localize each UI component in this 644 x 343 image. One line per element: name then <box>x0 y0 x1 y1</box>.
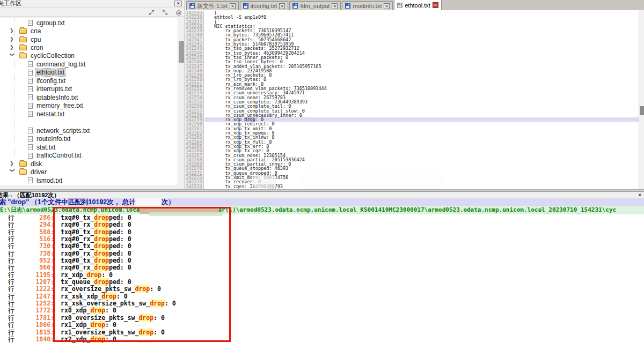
locate-file-icon[interactable]: ◎ <box>176 8 181 18</box>
tab-label: ifconfig.txt <box>251 3 277 9</box>
result-line-label: 行 <box>8 293 14 300</box>
tab-ifconfig.txt[interactable]: ifconfig.txt✕ <box>240 1 289 10</box>
folder-open-icon <box>19 169 27 175</box>
result-line-label: 行 <box>8 264 14 271</box>
file-icon <box>28 70 33 76</box>
result-line-label: 行 <box>8 221 14 228</box>
chevron-collapsed-icon[interactable]: ❯ <box>10 161 15 166</box>
tree-item-label: cpu <box>30 36 42 43</box>
tree-item-label: ifconfig.txt <box>35 77 67 85</box>
tab-label: fdm_output <box>300 3 330 9</box>
tab-新文件 1.txt[interactable]: 新文件 1.txt✕ <box>186 1 239 10</box>
save-icon <box>397 3 402 8</box>
result-line-number: 1222: <box>14 286 54 293</box>
tree-item-label: iptablesInfo.txt <box>35 94 79 101</box>
folder-icon <box>19 45 27 50</box>
editor-scrollbar-thumb[interactable] <box>640 106 644 115</box>
tree-item-label: command_log.txt <box>35 61 86 68</box>
file-icon <box>28 177 33 183</box>
chevron-collapsed-icon[interactable]: ❯ <box>10 28 15 33</box>
workspace-close-button[interactable]: ✕ <box>174 1 182 6</box>
tab-close-icon[interactable]: ✕ <box>332 3 338 9</box>
tab-close-icon[interactable]: ✕ <box>230 3 236 9</box>
tab-fdm_output[interactable]: fdm_output✕ <box>289 1 341 10</box>
tree-item-cpu[interactable]: ❯cpu <box>0 35 178 43</box>
result-line-label: 行 <box>8 314 14 322</box>
expand-all-icon[interactable]: ⤢ <box>149 8 154 18</box>
result-line-label: 行 <box>8 235 14 243</box>
result-line-label: 行 <box>8 242 14 250</box>
file-tree: cgroup.txt❯cna❯cpu❯cron❯cyclicCollection… <box>0 18 178 185</box>
tab-close-icon[interactable]: ✕ <box>384 3 390 9</box>
chevron-expanded-icon[interactable]: ❯ <box>10 53 15 58</box>
censor-blur <box>136 199 161 205</box>
result-line-number: 508: <box>14 229 54 236</box>
tree-item-cyclicCollection[interactable]: ❯cyclicCollection <box>0 52 178 60</box>
result-line-label: 行 <box>8 300 14 307</box>
tree-item-ethtool.txt[interactable]: ethtool.txt <box>0 69 178 77</box>
folder-open-icon <box>19 53 27 58</box>
tree-item-memory_free.txt[interactable]: memory_free.txt <box>0 101 178 109</box>
result-line-number: 1247: <box>14 293 54 300</box>
file-icon <box>28 153 33 159</box>
file-icon <box>28 78 33 84</box>
file-icon <box>28 144 33 150</box>
result-line-number: 952: <box>14 257 54 264</box>
results-titlebar: 结果 - （匹配10192次） <box>0 192 644 198</box>
result-line-label: 行 <box>8 307 14 314</box>
tree-item-cna[interactable]: ❯cna <box>0 27 178 35</box>
search-summary-row[interactable]: 搜索 "drop" （1个文件中匹配到10192次， 总计次） <box>0 198 644 206</box>
tree-item-label: cgroup.txt <box>35 19 66 27</box>
tree-scrollbar[interactable] <box>178 18 185 185</box>
tab-ethtool.txt[interactable]: ethtool.txt✕ <box>394 0 442 10</box>
tree-item-label: interrupts.txt <box>35 85 73 93</box>
tree-item-command_log.txt[interactable]: command_log.txt <box>0 60 178 68</box>
workspace-panel-titlebar: 夹工作区 <box>0 0 185 8</box>
tree-item-disk[interactable]: ❯disk <box>0 160 178 168</box>
tree-item-cgroup.txt[interactable]: cgroup.txt <box>0 19 178 27</box>
tree-scrollbar-thumb[interactable] <box>179 41 184 63</box>
tree-item-iptablesInfo.txt[interactable]: iptablesInfo.txt <box>0 93 178 101</box>
tree-item-ifconfig.txt[interactable]: ifconfig.txt <box>0 77 178 85</box>
tree-item-label: cyclicCollection <box>30 52 76 59</box>
tab-modinfo.txt[interactable]: modinfo.txt✕ <box>342 1 393 10</box>
result-line-number: 1806: <box>14 322 54 329</box>
tree-item-routeInfo.txt[interactable]: routeInfo.txt <box>0 135 178 143</box>
folder-icon <box>19 28 27 34</box>
tab-close-icon[interactable]: ✕ <box>433 2 438 8</box>
collapse-all-icon[interactable]: ⤡ <box>162 8 167 18</box>
editor-area[interactable]: 1422351422361422371422381422391422401422… <box>186 10 639 189</box>
save-icon <box>189 3 195 9</box>
editor-scrollbar[interactable] <box>639 10 644 189</box>
result-line-label: 行 <box>8 278 14 286</box>
tree-item-label: lsmod.txt <box>35 177 63 184</box>
result-line-number: 738: <box>14 250 54 257</box>
tree-item-interrupts.txt[interactable]: interrupts.txt <box>0 85 178 93</box>
tree-item-netstat.txt[interactable]: netstat.txt <box>0 110 178 118</box>
chevron-collapsed-icon[interactable]: ❯ <box>10 36 15 42</box>
workspace-toolbar: ⤢ ⤡ ◎ <box>0 7 185 17</box>
editor-line: { <box>204 20 639 24</box>
tree-item-cron[interactable]: ❯cron <box>0 43 178 51</box>
tab-close-icon[interactable]: ✕ <box>279 3 285 9</box>
file-icon <box>28 61 33 67</box>
result-line-number: 1815: <box>14 329 54 336</box>
tree-item-trafficControl.txt[interactable]: trafficControl.txt <box>0 152 178 160</box>
results-close-button[interactable]: ✕ <box>638 192 642 198</box>
tree-item-label: stat.txt <box>35 144 56 151</box>
censor-blur <box>253 175 276 189</box>
result-line-number: 294: <box>14 221 54 228</box>
result-line-number: 1252: <box>14 300 54 307</box>
tree-item-lsmod.txt[interactable]: lsmod.txt <box>0 176 178 184</box>
tree-item-label: netstat.txt <box>35 110 65 118</box>
censor-blur <box>299 174 445 189</box>
chevron-collapsed-icon[interactable]: ❯ <box>10 44 15 50</box>
tree-item-network_scripts.txt[interactable]: network_scripts.txt <box>0 126 178 135</box>
chevron-expanded-icon[interactable]: ❯ <box>10 168 15 174</box>
editor-line: ethtool -S enp1s0f0 <box>204 15 639 19</box>
tree-item-stat.txt[interactable]: stat.txt <box>0 143 178 151</box>
result-line-label: 行 <box>8 329 14 336</box>
tree-item-label: memory_free.txt <box>35 102 84 109</box>
folder-icon <box>19 37 27 42</box>
tree-item-driver[interactable]: ❯driver <box>0 168 178 176</box>
